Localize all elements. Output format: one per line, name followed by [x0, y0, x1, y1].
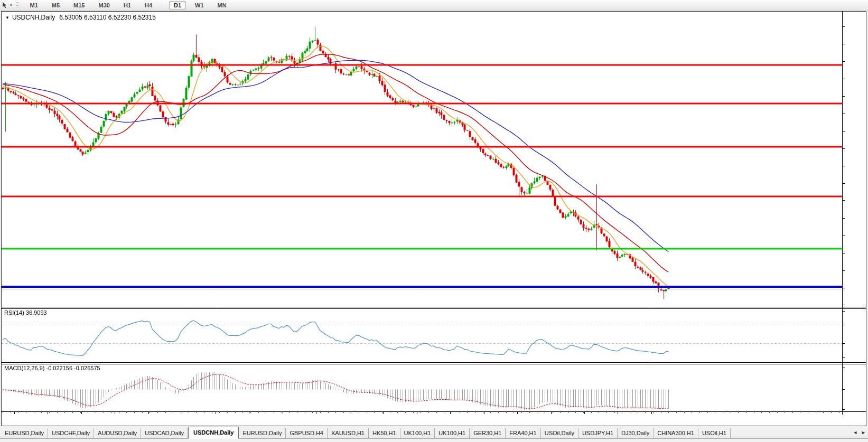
tab-hk50-h1[interactable]: HK50,H1: [369, 428, 400, 438]
chart-ohlc-values: 6.53005 6.53110 6.52230 6.52315: [59, 14, 156, 21]
tab-gbpusd-h4[interactable]: GBPUSD,H4: [286, 428, 328, 438]
tab-usdchf-daily[interactable]: USDCHF,Daily: [48, 428, 94, 438]
timeframe-button-mn[interactable]: MN: [213, 1, 231, 10]
timeframe-button-m5[interactable]: M5: [47, 1, 64, 10]
tab-uk100-h1[interactable]: UK100,H1: [400, 428, 435, 438]
timeframe-button-w1[interactable]: W1: [190, 1, 209, 10]
chart-symbol-label: USDCNH,Daily: [12, 14, 55, 21]
timeframe-button-h4[interactable]: H4: [140, 1, 157, 10]
rsi-indicator-label: RSI(14) 36.9093: [4, 309, 47, 316]
timeframe-button-m30[interactable]: M30: [94, 1, 114, 10]
timeframe-button-d1[interactable]: D1: [169, 1, 186, 10]
timeframe-button-m15[interactable]: M15: [69, 1, 89, 10]
timeframe-button-h1[interactable]: H1: [119, 1, 136, 10]
tab-usdjpy-h1[interactable]: USDJPY,H1: [578, 428, 618, 438]
tab-fra40-h1[interactable]: FRA40,H1: [506, 428, 540, 438]
tab-usoil-daily[interactable]: USOil,Daily: [541, 428, 578, 438]
tab-eurusd-daily[interactable]: EURUSD,Daily: [239, 428, 286, 438]
toolbar-grip: [16, 2, 18, 8]
tab-scroll-left-icon[interactable]: ◄: [853, 430, 857, 435]
tab-scroll-right-icon[interactable]: ►: [861, 430, 866, 435]
timeframe-button-group: M1M5M15M30H1H4D1W1MN: [23, 1, 234, 10]
tab-eurusd-daily[interactable]: EURUSD,Daily: [1, 428, 48, 438]
toolbar-separator: [163, 2, 163, 9]
tab-dj30-daily[interactable]: DJ30,Daily: [618, 428, 654, 438]
chart-title-caret-icon: ▼: [5, 15, 10, 20]
timeframe-button-m1[interactable]: M1: [25, 1, 43, 10]
tab-usdcnh-daily[interactable]: USDCNH,Daily: [188, 427, 239, 439]
tab-audusd-daily[interactable]: AUDUSD,Daily: [94, 428, 141, 438]
cursor-tool-icon: [2, 2, 8, 8]
chart-canvas[interactable]: [0, 0, 868, 426]
toolbar: ▾ M1M5M15M30H1H4D1W1MN: [0, 0, 868, 11]
tab-uk100-h1[interactable]: UK100,H1: [435, 428, 470, 438]
chart-title: ▼ USDCNH,Daily 6.53005 6.53110 6.52230 6…: [5, 14, 156, 21]
tab-ger30-h1[interactable]: GER30,H1: [470, 428, 506, 438]
tab-xauusd-h1[interactable]: XAUUSD,H1: [328, 428, 369, 438]
tab-usdcad-daily[interactable]: USDCAD,Daily: [141, 428, 188, 438]
tab-china300-h1[interactable]: CHINA300,H1: [654, 428, 698, 438]
chevron-down-icon[interactable]: ▾: [10, 3, 12, 7]
tab-usoil-h1[interactable]: USOil,H1: [698, 428, 731, 438]
macd-indicator-label: MACD(12,26,9) -0.022156 -0.026575: [4, 365, 100, 371]
cursor-tool-button[interactable]: ▾: [0, 2, 14, 8]
symbol-tab-bar: EURUSD,DailyUSDCHF,DailyAUDUSD,DailyUSDC…: [0, 427, 868, 442]
